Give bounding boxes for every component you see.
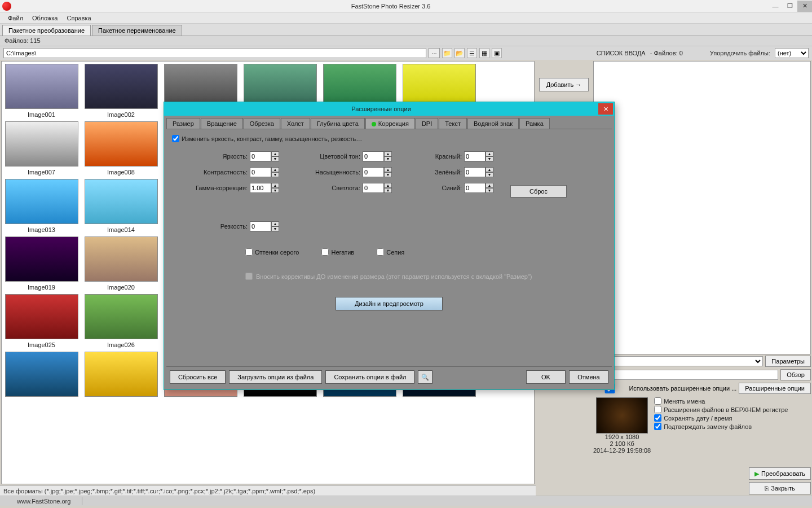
uppercase-ext-check[interactable] (654, 406, 661, 413)
dlg-tab-canvas[interactable]: Холст (281, 118, 310, 129)
convert-button[interactable]: ▶Преобразовать (749, 467, 811, 480)
before-resize-label: Вносить коррективы ДО изменения размера … (256, 273, 532, 280)
formats-bar: Все форматы (*.jpg;*.jpe;*.jpeg;*.bmp;*.… (0, 485, 536, 496)
browse-button[interactable]: Обзор (780, 369, 811, 380)
dialog-close-button[interactable]: ✕ (598, 103, 613, 115)
dlg-tab-size[interactable]: Размер (166, 118, 200, 129)
tab-batch-rename[interactable]: Пакетное переименование (92, 25, 182, 36)
reset-button[interactable]: Сброс (510, 185, 567, 198)
menu-help[interactable]: Справка (62, 14, 95, 23)
gamma-spinner[interactable]: ▲▼ (250, 183, 279, 193)
before-resize-check (245, 273, 253, 280)
view-details-icon[interactable]: ▦ (479, 48, 489, 58)
thumb-item[interactable] (83, 352, 158, 397)
design-preview-button[interactable]: Дизайн и предпросмотр (336, 297, 443, 310)
dlg-tab-border[interactable]: Рамка (519, 118, 550, 129)
view-thumbs-icon[interactable]: ▣ (492, 48, 502, 58)
dlg-tab-dpi[interactable]: DPI (416, 118, 438, 129)
active-dot-icon (372, 122, 376, 126)
dialog-title: Расширенные опции (164, 106, 598, 112)
preview-date: 2014-12-29 19:58:08 (593, 447, 651, 454)
hue-spinner[interactable]: ▲▼ (363, 151, 392, 161)
reset-all-button[interactable]: Сбросить все (170, 370, 226, 384)
thumb-item[interactable]: Image025 (4, 294, 79, 348)
sort-select[interactable]: (нет) (775, 48, 809, 58)
saturation-spinner[interactable]: ▲▼ (363, 167, 392, 177)
enable-correction-check[interactable] (172, 135, 179, 142)
path-browse-button[interactable]: ... (429, 48, 440, 58)
confirm-overwrite-check[interactable] (654, 423, 661, 430)
menu-file[interactable]: Файл (3, 14, 28, 23)
keep-date-check[interactable] (654, 414, 661, 422)
preview-size: 2 100 Кб (610, 440, 634, 447)
brightness-spinner[interactable]: ▲▼ (250, 151, 279, 161)
thumb-item[interactable]: Image008 (83, 121, 158, 176)
output-folder-input[interactable] (593, 370, 778, 380)
thumb-item[interactable]: Image001 (4, 64, 79, 118)
thumb-item[interactable]: Image007 (4, 121, 79, 176)
output-list[interactable] (593, 61, 811, 354)
contrast-spinner[interactable]: ▲▼ (250, 167, 279, 177)
save-options-button[interactable]: Сохранить опции в файл (325, 370, 414, 384)
input-list-label: СПИСОК ВВОДА (597, 50, 646, 56)
files-count: Файлов: 115 (0, 36, 812, 46)
status-url: www.FastStone.org (17, 498, 70, 505)
lightness-spinner[interactable]: ▲▼ (363, 183, 392, 193)
grayscale-check[interactable] (245, 248, 253, 256)
path-toolbar: ... 📁 📂 ☰ ▦ ▣ СПИСОК ВВОДА - Файлов: 0 У… (0, 46, 812, 60)
red-spinner[interactable]: ▲▼ (464, 151, 493, 161)
advanced-options-dialog: Расширенные опции ✕ Размер Вращение Обре… (164, 102, 615, 390)
close-app-button[interactable]: ⎘Закрыть (749, 482, 811, 494)
params-button[interactable]: Параметры (765, 356, 811, 367)
advanced-options-button[interactable]: Расширенные опции (739, 383, 811, 394)
format-select[interactable]: jpg) (593, 356, 763, 366)
statusbar: www.FastStone.org (0, 496, 812, 506)
thumb-item[interactable] (4, 352, 79, 397)
view-list-icon[interactable]: ☰ (467, 48, 477, 58)
app-icon (2, 2, 11, 11)
dlg-tab-correction[interactable]: Коррекция (365, 118, 415, 129)
dlg-tab-rotate[interactable]: Вращение (201, 118, 243, 129)
preview-image (596, 397, 648, 433)
zoom-icon-button[interactable]: 🔍 (418, 370, 433, 384)
folder-up-icon[interactable]: 📁 (442, 48, 452, 58)
green-spinner[interactable]: ▲▼ (464, 167, 493, 177)
sharpness-spinner[interactable]: ▲▼ (250, 221, 279, 231)
maximize-button[interactable]: ❐ (783, 1, 797, 12)
path-input[interactable] (3, 48, 426, 58)
sepia-check[interactable] (377, 248, 384, 256)
dlg-tab-crop[interactable]: Обрезка (244, 118, 280, 129)
thumb-item[interactable]: Image019 (4, 237, 79, 291)
menu-skin[interactable]: Обложка (28, 14, 62, 23)
cancel-button[interactable]: Отмена (569, 370, 608, 384)
input-files-count: - Файлов: 0 (650, 50, 683, 56)
thumb-item[interactable]: Image014 (83, 179, 158, 233)
close-button[interactable]: ✕ (797, 1, 812, 12)
enable-correction-label: Изменить яркость, контраст, гамму, насыщ… (182, 135, 362, 142)
thumb-item[interactable]: Image002 (83, 64, 158, 118)
minimize-button[interactable]: — (768, 1, 783, 12)
load-options-button[interactable]: Загрузить опции из файла (229, 370, 322, 384)
thumb-item[interactable]: Image026 (83, 294, 158, 348)
window-title: FastStone Photo Resizer 3.6 (14, 3, 768, 10)
menubar: Файл Обложка Справка (0, 12, 812, 24)
window-titlebar: FastStone Photo Resizer 3.6 — ❐ ✕ (0, 0, 812, 12)
rename-check[interactable] (654, 397, 661, 405)
add-button[interactable]: Добавить → (539, 78, 589, 91)
negative-check[interactable] (321, 248, 329, 256)
folder-open-icon[interactable]: 📂 (454, 48, 465, 58)
thumb-item[interactable]: Image013 (4, 179, 79, 233)
main-tabs: Пакетное преобразование Пакетное переиме… (0, 24, 812, 36)
blue-spinner[interactable]: ▲▼ (464, 183, 493, 193)
sort-label: Упорядочить файлы: (710, 50, 770, 56)
tab-batch-convert[interactable]: Пакетное преобразование (2, 25, 91, 36)
thumb-item[interactable]: Image020 (83, 237, 158, 291)
ok-button[interactable]: OK (526, 370, 566, 384)
dlg-tab-watermark[interactable]: Водяной знак (467, 118, 519, 129)
preview-dimensions: 1920 x 1080 (605, 433, 639, 440)
dialog-tabs: Размер Вращение Обрезка Холст Глубина цв… (166, 118, 612, 129)
dlg-tab-depth[interactable]: Глубина цвета (311, 118, 365, 129)
output-panel: jpg) Параметры Обзор Использовать расшир… (592, 60, 812, 496)
dlg-tab-text[interactable]: Текст (439, 118, 467, 129)
